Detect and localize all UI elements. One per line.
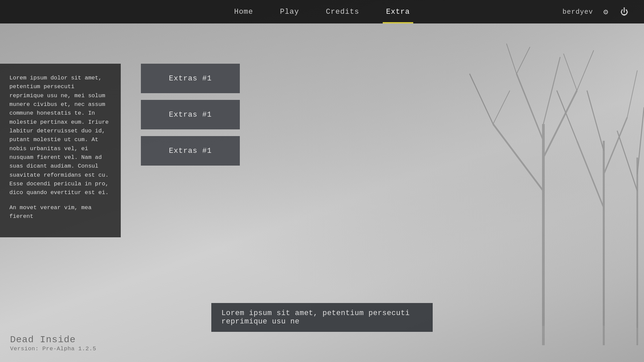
bottom-text-box: Lorem ipsum sit amet, petentium persecut…	[211, 303, 433, 332]
left-panel-para1: Lorem ipsum dolor sit amet, petentium pe…	[9, 74, 111, 197]
bottom-bar: Lorem ipsum sit amet, petentium persecut…	[0, 303, 644, 332]
nav-home[interactable]: Home	[231, 8, 257, 16]
extra-button-2[interactable]: Extras #1	[141, 100, 240, 129]
left-panel-para2: An movet verear vim, mea fierent	[9, 203, 111, 221]
nav-play[interactable]: Play	[277, 8, 303, 16]
nav-right: berdyev ⚙ ⏻	[562, 6, 631, 18]
navbar: Home Play Credits Extra berdyev ⚙ ⏻	[0, 0, 644, 23]
game-info: Dead Inside Version: Pre-Alpha 1.2.5	[10, 335, 96, 352]
nav-extra[interactable]: Extra	[383, 8, 413, 16]
extra-button-1[interactable]: Extras #1	[141, 64, 240, 93]
extra-button-3[interactable]: Extras #1	[141, 136, 240, 166]
username-label: berdyev	[562, 8, 593, 16]
settings-button[interactable]: ⚙	[600, 6, 612, 18]
extras-column: Extras #1 Extras #1 Extras #1	[121, 30, 240, 166]
left-text-panel: Lorem ipsum dolor sit amet, petentium pe…	[0, 64, 121, 237]
nav-credits[interactable]: Credits	[323, 8, 363, 16]
gear-icon: ⚙	[603, 7, 608, 17]
nav-links: Home Play Credits Extra	[7, 8, 637, 16]
power-icon: ⏻	[621, 7, 629, 17]
power-button[interactable]: ⏻	[619, 6, 631, 18]
game-version: Version: Pre-Alpha 1.2.5	[10, 346, 96, 352]
game-title: Dead Inside	[10, 335, 96, 345]
